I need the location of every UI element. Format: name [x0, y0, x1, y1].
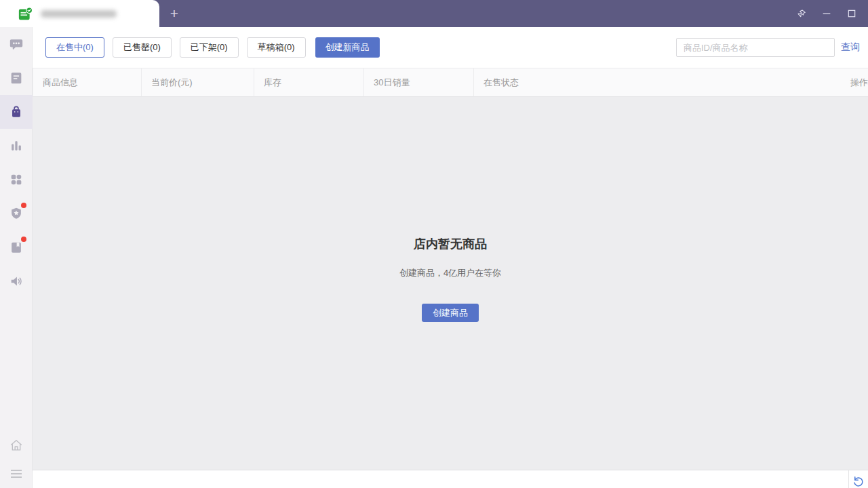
bar-chart-icon — [9, 138, 24, 153]
table-header-cell: 在售状态 — [473, 68, 841, 96]
filter-tab[interactable]: 在售中(0) — [45, 37, 104, 58]
apps-grid-icon — [9, 172, 24, 187]
notification-badge — [21, 237, 26, 242]
new-tab-button[interactable]: + — [165, 0, 184, 27]
book-bookmark-icon — [9, 240, 24, 255]
table-header-cell: 操作 — [841, 68, 868, 96]
filter-tab[interactable]: 已售罄(0) — [113, 37, 172, 58]
pin-icon[interactable] — [792, 4, 811, 23]
filter-tab[interactable]: 草稿箱(0) — [247, 37, 306, 58]
search-submit-button[interactable]: 查询 — [841, 41, 860, 54]
left-sidebar — [0, 27, 33, 488]
order-list-icon — [9, 70, 24, 85]
chat-bubble-icon — [9, 37, 24, 52]
home-icon — [9, 438, 24, 453]
app-favicon-icon — [18, 7, 33, 21]
sidebar-item-apps[interactable] — [0, 163, 33, 197]
sidebar-item-protection[interactable] — [0, 197, 33, 230]
sidebar-spacer — [0, 298, 32, 431]
sidebar-item-announcements[interactable] — [0, 264, 33, 298]
sidebar-item-home[interactable] — [0, 431, 33, 460]
sidebar-menu-toggle[interactable] — [0, 460, 33, 488]
minimize-icon[interactable] — [817, 4, 836, 23]
empty-state-title: 店内暂无商品 — [414, 236, 487, 252]
product-search: 查询 — [676, 38, 860, 57]
shield-star-icon — [9, 206, 24, 221]
filter-tab[interactable]: 已下架(0) — [180, 37, 239, 58]
products-toolbar: 在售中(0) 已售罄(0) 已下架(0) 草稿箱(0) 创建新商品 查询 — [33, 27, 868, 68]
empty-state-subtitle: 创建商品，4亿用户在等你 — [399, 267, 501, 279]
product-search-input[interactable] — [676, 38, 835, 57]
bottom-bar — [33, 470, 868, 488]
window-controls — [792, 0, 861, 27]
maximize-icon[interactable] — [842, 4, 861, 23]
sidebar-item-knowledge[interactable] — [0, 230, 33, 264]
hamburger-menu-icon — [9, 468, 23, 479]
table-header-cell: 商品信息 — [33, 68, 141, 96]
table-header-cell: 库存 — [254, 68, 363, 96]
sidebar-item-orders[interactable] — [0, 61, 33, 95]
sidebar-item-messages[interactable] — [0, 27, 33, 61]
speaker-icon — [9, 274, 24, 289]
empty-state: 店内暂无商品 创建商品，4亿用户在等你 创建商品 — [33, 97, 868, 470]
table-header-cell: 当前价(元) — [141, 68, 254, 96]
tab-title-blurred — [41, 10, 117, 18]
create-product-button[interactable]: 创建商品 — [422, 304, 479, 322]
restore-arrow-icon[interactable] — [852, 475, 865, 487]
table-header-cell: 30日销量 — [363, 68, 473, 96]
bottom-bar-divider — [848, 470, 849, 488]
window-titlebar: + — [0, 0, 868, 27]
notification-badge — [21, 203, 26, 208]
browser-tab[interactable] — [0, 0, 159, 27]
table-header: 商品信息 当前价(元) 库存 30日销量 在售状态 操作 — [33, 68, 868, 97]
sidebar-item-products[interactable] — [0, 95, 33, 129]
sidebar-item-analytics[interactable] — [0, 129, 33, 163]
filter-tabs: 在售中(0) 已售罄(0) 已下架(0) 草稿箱(0) — [45, 37, 314, 58]
shopping-bag-icon — [9, 104, 24, 119]
create-new-product-button[interactable]: 创建新商品 — [315, 37, 380, 58]
